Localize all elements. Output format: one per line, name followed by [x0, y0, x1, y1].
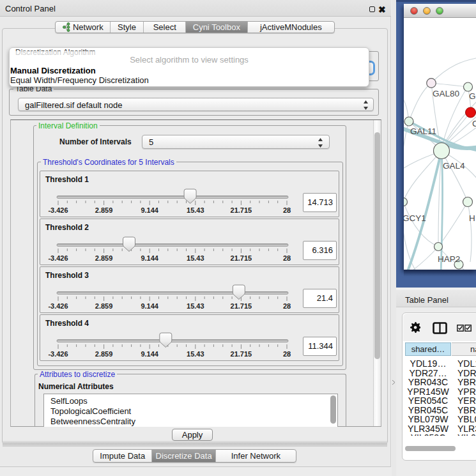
svg-text:GAL11: GAL11 [410, 127, 436, 136]
svg-text:H: H [469, 213, 475, 223]
svg-text:G: G [469, 91, 476, 101]
svg-text:GCY1: GCY1 [404, 213, 426, 223]
svg-text:C: C [472, 119, 476, 128]
svg-text:GAL80: GAL80 [433, 89, 459, 98]
svg-text:GAL4: GAL4 [443, 161, 465, 171]
svg-text:HAP2: HAP2 [438, 254, 460, 264]
